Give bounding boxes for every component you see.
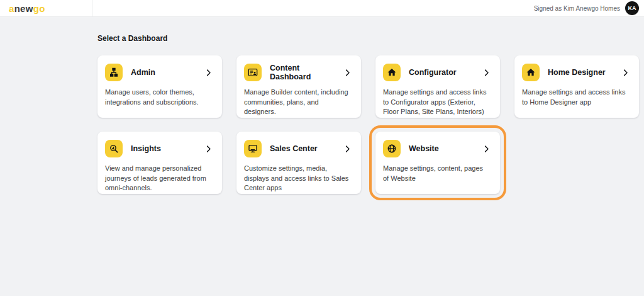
card-configurator[interactable]: Configurator Manage settings and access … <box>375 55 500 118</box>
card-insights[interactable]: Insights View and manage personalized jo… <box>97 132 222 194</box>
home-icon <box>383 64 401 81</box>
card-header: Admin <box>105 64 213 81</box>
card-description: Manage settings and access links to Conf… <box>383 88 491 117</box>
chevron-right-icon <box>343 144 352 154</box>
main-content: Select a Dashboard Admin Manage users, c… <box>0 17 644 194</box>
card-header: Website <box>383 140 491 157</box>
chevron-right-icon <box>343 68 352 77</box>
card-title: Website <box>409 144 439 153</box>
logo-area: anewgo <box>0 0 92 16</box>
logo-part-new: new <box>14 3 33 14</box>
home-icon <box>522 64 540 81</box>
card-content-dashboard[interactable]: Content Dashboard Manage Builder content… <box>236 55 361 118</box>
signed-in-text: Signed as Kim Anewgo Homes <box>534 5 620 12</box>
card-home-designer[interactable]: Home Designer Manage settings and access… <box>514 55 639 118</box>
card-admin[interactable]: Admin Manage users, color themes, integr… <box>97 55 222 118</box>
logo-part-go: go <box>33 3 45 14</box>
card-header: Home Designer <box>522 64 630 81</box>
card-header: Sales Center <box>244 140 352 157</box>
card-title: Insights <box>131 144 161 153</box>
card-title: Sales Center <box>270 144 318 153</box>
page-title: Select a Dashboard <box>97 34 644 43</box>
logo-part-a: a <box>9 3 14 14</box>
chevron-right-icon <box>621 68 630 77</box>
card-description: Manage settings and access links to Home… <box>522 88 630 107</box>
monitor-icon <box>244 140 262 157</box>
card-description: View and manage personalized journeys of… <box>105 164 213 193</box>
org-tree-icon <box>105 64 123 81</box>
content-document-icon <box>244 64 262 81</box>
chevron-right-icon <box>204 144 213 154</box>
card-title: Home Designer <box>548 68 606 77</box>
globe-icon <box>383 140 401 157</box>
anewgo-logo[interactable]: anewgo <box>9 4 45 13</box>
app-header: anewgo Signed as Kim Anewgo Homes KA <box>0 0 644 17</box>
card-header: Content Dashboard <box>244 64 352 81</box>
header-right: Signed as Kim Anewgo Homes KA <box>92 0 644 16</box>
card-website[interactable]: Website Manage settings, content, pages … <box>375 132 500 194</box>
card-description: Manage Builder content, including commun… <box>244 88 352 117</box>
card-description: Manage settings, content, pages of Websi… <box>383 164 491 183</box>
dashboard-grid: Admin Manage users, color themes, integr… <box>97 55 639 194</box>
search-insights-icon <box>105 140 123 157</box>
chevron-right-icon <box>482 68 491 77</box>
chevron-right-icon <box>204 68 213 77</box>
card-header: Configurator <box>383 64 491 81</box>
card-title: Content Dashboard <box>270 64 335 81</box>
card-sales-center[interactable]: Sales Center Customize settings, media, … <box>236 132 361 194</box>
card-title: Configurator <box>409 68 457 77</box>
card-description: Manage users, color themes, integrations… <box>105 88 213 107</box>
user-avatar[interactable]: KA <box>625 1 639 15</box>
card-title: Admin <box>131 68 155 77</box>
card-header: Insights <box>105 140 213 157</box>
chevron-right-icon <box>482 144 491 154</box>
card-description: Customize settings, media, displays and … <box>244 164 352 193</box>
